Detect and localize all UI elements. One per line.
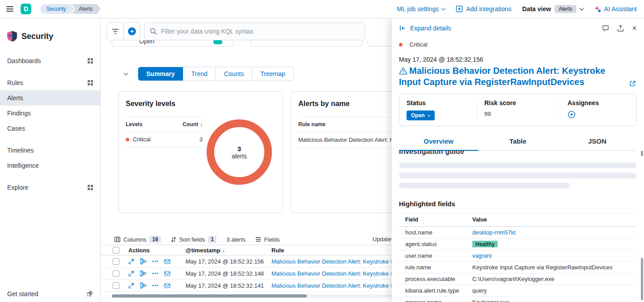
expand-alert-icon[interactable] <box>128 271 134 276</box>
more-actions-icon[interactable] <box>152 260 158 262</box>
topbar-right: ML job settings Add integrations Data vi… <box>397 5 637 13</box>
analyze-event-icon[interactable] <box>140 258 146 264</box>
tab-json[interactable]: JSON <box>558 134 637 150</box>
flyout-scrollbar-thumb-top[interactable] <box>641 151 643 156</box>
more-actions-icon[interactable] <box>152 272 158 274</box>
breadcrumb-alerts[interactable]: Alerts <box>72 4 101 14</box>
top-navigation-bar: D Security Alerts ML job settings Add in… <box>0 0 644 18</box>
filter-button-group: + <box>106 22 140 40</box>
expand-alert-icon[interactable] <box>128 259 134 264</box>
sidebar-item-cases[interactable]: Cases <box>0 121 100 136</box>
add-assignee-icon[interactable] <box>568 111 576 119</box>
ai-assistant-button[interactable]: AI Assistant <box>594 5 637 13</box>
severity-row-critical[interactable]: Critical 3 <box>126 132 203 147</box>
status-filter-label: Open <box>139 40 154 45</box>
data-view-label: Data view <box>522 5 551 13</box>
breadcrumb-security[interactable]: Security <box>40 4 74 14</box>
select-all-checkbox[interactable] <box>113 247 119 254</box>
severity-panel-title: Severity levels <box>126 100 275 108</box>
severity-levels-panel: Severity levels Levels Count↓ Critical 3 <box>118 91 283 213</box>
ml-job-settings-button[interactable]: ML job settings <box>397 5 445 13</box>
tab-overview[interactable]: Overview <box>399 134 478 151</box>
status-dropdown-button[interactable]: Open <box>407 111 435 120</box>
fields-button[interactable]: Fields <box>255 236 280 243</box>
overview-tab-content: Investigation guide Highlighted fields F… <box>399 151 637 302</box>
sidebar-item-timelines[interactable]: Timelines <box>0 143 100 158</box>
chevron-down-icon <box>123 71 128 75</box>
severity-col-count[interactable]: Count↓ <box>182 121 203 128</box>
sidebar-item-alerts[interactable]: Alerts <box>0 90 100 106</box>
tab-summary[interactable]: Summary <box>138 67 183 81</box>
columns-button[interactable]: Columns 16 <box>114 236 161 243</box>
arrow-start-icon[interactable] <box>399 25 406 32</box>
status-count-pill <box>213 40 222 44</box>
tab-counts[interactable]: Counts <box>216 67 252 81</box>
timestamp-column-header[interactable]: @timestamp↓ <box>186 247 271 254</box>
investigate-timeline-icon[interactable] <box>164 259 170 264</box>
analyze-event-icon[interactable] <box>140 282 146 289</box>
status-label: Status <box>407 99 470 106</box>
sort-fields-label: Sort fields <box>179 236 205 243</box>
sidebar-item-dashboards[interactable]: Dashboards <box>0 53 100 68</box>
filter-menu-button[interactable] <box>107 23 123 40</box>
apps-grid-icon <box>88 58 93 64</box>
row-checkbox[interactable] <box>113 270 119 277</box>
expand-details-link[interactable]: Expand details <box>410 25 451 32</box>
table-row: process.executable C:\Users\vagrant\Keyl… <box>399 273 637 285</box>
field-name: rule.name <box>405 264 472 271</box>
comment-icon[interactable] <box>602 25 609 32</box>
data-view-switcher[interactable]: Data view Alerts <box>522 5 583 13</box>
get-started-link[interactable]: Get started <box>0 290 100 298</box>
menu-hamburger-icon[interactable] <box>4 4 15 13</box>
sidebar-nav: Dashboards Rules Alerts Findings Cases T… <box>0 53 100 195</box>
sort-fields-button[interactable]: Sort fields 1 <box>171 236 217 243</box>
status-section: Status Open <box>399 99 477 120</box>
severity-filter-control[interactable] <box>250 40 362 47</box>
add-filter-button[interactable]: + <box>123 23 140 40</box>
expand-alert-icon[interactable] <box>128 283 134 289</box>
sort-count-badge: 1 <box>208 236 216 243</box>
severity-col-levels: Levels <box>126 121 142 128</box>
alert-title-link[interactable]: Malicious Behavior Detection Alert: Keys… <box>399 65 637 88</box>
chart-view-button-group: Summary Trend Counts Treemap <box>138 67 294 81</box>
sidebar-item-findings[interactable]: Findings <box>0 106 100 121</box>
field-value: Keylogger.exe <box>472 299 637 302</box>
more-actions-icon[interactable] <box>152 285 158 286</box>
sidebar-item-intelligence[interactable]: Intelligence <box>0 158 100 173</box>
status-filter-control[interactable]: Open <box>112 40 233 47</box>
tab-treemap[interactable]: Treemap <box>252 67 293 81</box>
ai-assistant-label: AI Assistant <box>604 5 637 13</box>
table-row: host.name desktop-rnm57kt <box>399 227 637 238</box>
tab-trend[interactable]: Trend <box>183 67 216 81</box>
investigate-timeline-icon[interactable] <box>164 283 170 288</box>
host-name-link[interactable]: desktop-rnm57kt <box>472 229 516 236</box>
add-integrations-button[interactable]: Add integrations <box>456 5 511 13</box>
share-export-icon[interactable] <box>617 25 624 32</box>
table-row: kibana.alert.rule.type query <box>399 285 637 297</box>
horizontal-scrollbar-thumb[interactable] <box>112 294 307 298</box>
analyze-event-icon[interactable] <box>140 270 146 276</box>
kql-search-input[interactable] <box>161 28 359 35</box>
alert-timestamp: May 17, 2024 @ 18:52:32.156 <box>399 56 637 63</box>
field-name: agent.status <box>405 241 472 247</box>
add-integrations-label: Add integrations <box>466 5 511 13</box>
rocket-icon <box>86 290 93 298</box>
close-icon[interactable]: × <box>632 25 637 31</box>
flyout-scrollbar-thumb[interactable] <box>641 258 643 300</box>
columns-icon <box>114 237 120 242</box>
alert-timestamp: May 17, 2024 @ 18:52:32.156 <box>186 258 271 265</box>
field-value: query <box>472 287 637 294</box>
external-link-icon[interactable] <box>629 80 636 87</box>
row-checkbox[interactable] <box>113 282 119 289</box>
deployment-logo[interactable]: D <box>21 4 31 14</box>
sidebar-item-explore[interactable]: Explore <box>0 180 100 195</box>
row-checkbox[interactable] <box>113 258 119 265</box>
app-root: D Security Alerts ML job settings Add in… <box>0 0 644 302</box>
tab-table[interactable]: Table <box>478 134 557 150</box>
investigate-timeline-icon[interactable] <box>164 271 170 276</box>
row-actions <box>128 258 186 264</box>
user-name-link[interactable]: vagrant <box>472 252 491 259</box>
collapse-charts-button[interactable] <box>121 69 131 79</box>
field-name: user.name <box>405 252 472 259</box>
sidebar-item-rules[interactable]: Rules <box>0 75 100 90</box>
